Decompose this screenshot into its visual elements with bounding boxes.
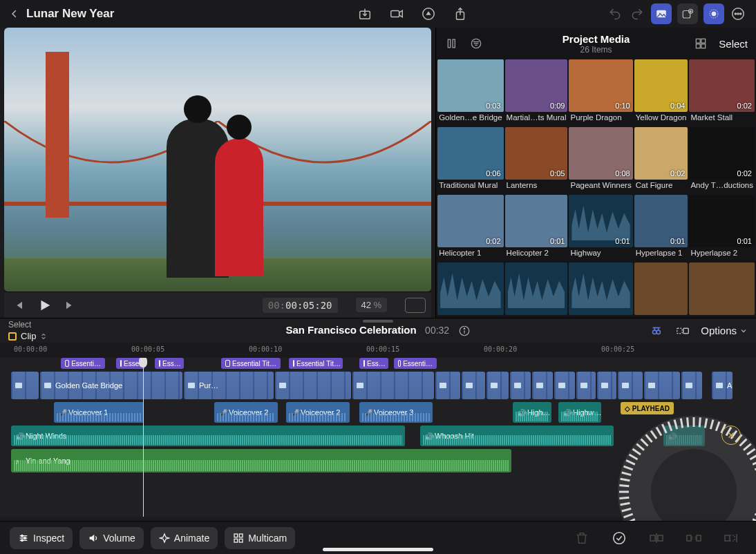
video-clip[interactable] — [435, 372, 460, 399]
video-clip[interactable] — [681, 372, 702, 399]
playhead-marker[interactable]: ◇ PLAYHEAD — [621, 402, 674, 414]
media-item[interactable]: 0:09Martial…ts Mural — [505, 59, 568, 126]
trim-button[interactable] — [721, 528, 741, 548]
video-clip[interactable] — [510, 372, 531, 399]
media-item[interactable] — [569, 262, 632, 318]
media-item[interactable]: 0:01Helicopter 2 — [505, 195, 568, 261]
sfx-clip[interactable]: 🔊 — [663, 426, 705, 446]
timeline-options-button[interactable]: Options — [701, 325, 748, 336]
prev-frame-button[interactable] — [10, 297, 26, 314]
undo-button[interactable] — [607, 6, 623, 22]
multicam-button[interactable]: Multicam — [225, 527, 295, 549]
panel-resize-handle[interactable] — [363, 320, 393, 323]
video-clip[interactable] — [462, 372, 485, 399]
sfx-clip[interactable]: 🔊High… — [513, 402, 551, 423]
video-clip[interactable] — [554, 372, 575, 399]
svg-point-33 — [656, 330, 661, 334]
video-clip[interactable]: An… — [712, 372, 733, 399]
timecode-display[interactable]: 00:00:05:20 — [263, 298, 338, 313]
media-item[interactable]: 0:02Market Stall — [689, 59, 755, 126]
media-item[interactable]: 0:01Highway — [569, 195, 632, 261]
media-item[interactable] — [437, 262, 503, 318]
timeline-info-button[interactable] — [458, 325, 471, 337]
more-button[interactable] — [730, 6, 746, 22]
record-camera-button[interactable] — [388, 6, 405, 22]
video-clip[interactable] — [618, 372, 643, 399]
preview-viewer[interactable] — [4, 28, 431, 292]
media-item[interactable]: 0:02Helicopter 1 — [437, 195, 503, 261]
media-item[interactable]: 0:04Yellow Dragon — [634, 59, 688, 126]
voiceover-clip[interactable]: 🎤Voiceover 3 — [359, 402, 433, 423]
voiceover-clip[interactable]: 🎤Voiceover 1 — [54, 402, 144, 423]
video-clip[interactable] — [576, 372, 596, 399]
delete-button[interactable] — [572, 528, 592, 548]
playhead[interactable] — [143, 358, 144, 517]
title-icon — [398, 360, 401, 367]
media-item[interactable]: 0:10Purple Dragon — [569, 59, 632, 126]
media-item[interactable] — [505, 262, 568, 318]
magnetic-timeline-button[interactable] — [648, 323, 665, 339]
title-clip[interactable]: Essential Tit… — [221, 358, 281, 369]
media-item[interactable] — [634, 262, 688, 318]
playhead-knob[interactable] — [139, 358, 147, 367]
title-clip[interactable]: Ess… — [155, 358, 184, 369]
media-item[interactable]: 0:05Lanterns — [505, 127, 568, 193]
timeline-select-mode-label[interactable]: Select — [8, 320, 47, 329]
split-button[interactable] — [647, 528, 666, 548]
display-options-button[interactable] — [405, 298, 426, 313]
inspect-button[interactable]: Inspect — [10, 527, 73, 549]
media-select-button[interactable]: Select — [719, 38, 748, 50]
timeline-clip-mode-button[interactable]: Clip — [8, 331, 47, 341]
title-clip[interactable]: Essential Tit… — [289, 358, 343, 369]
next-frame-button[interactable] — [62, 297, 79, 314]
voiceover-clip[interactable]: 🎤Voiceover 2 — [214, 402, 278, 423]
svg-rect-122 — [234, 534, 238, 537]
video-clip[interactable] — [11, 372, 39, 399]
snapping-button[interactable] — [674, 323, 691, 339]
music-clip[interactable]: ♪Yin and Yang — [11, 449, 511, 472]
play-button[interactable] — [36, 297, 53, 314]
video-clip[interactable] — [275, 372, 351, 399]
video-clip[interactable] — [597, 372, 616, 399]
media-browser-button[interactable] — [651, 3, 672, 24]
media-item[interactable]: 0:03Golden…e Bridge — [437, 59, 503, 126]
media-item[interactable]: 0:01Hyperlapse 1 — [634, 195, 688, 261]
animate-button[interactable]: Animate — [151, 527, 218, 549]
zoom-display[interactable]: 42 % — [356, 298, 388, 312]
video-clip[interactable] — [532, 372, 553, 399]
video-clip[interactable]: Golden Gate Bridge — [40, 372, 182, 399]
voiceover-button[interactable] — [420, 6, 437, 22]
jog-close-button[interactable] — [721, 426, 741, 445]
media-item[interactable]: 0:06Traditional Mural — [437, 127, 503, 193]
video-clip[interactable] — [352, 372, 434, 399]
video-clip[interactable] — [644, 372, 680, 399]
redo-button[interactable] — [629, 6, 645, 22]
video-clip[interactable] — [486, 372, 509, 399]
content-browser-button[interactable] — [677, 3, 698, 24]
title-clip[interactable]: Essenti… — [61, 358, 105, 369]
sfx-clip[interactable]: 🔊Highw… — [558, 402, 601, 423]
timeline-ruler[interactable]: 00:00:0000:00:0500:00:1000:00:1500:00:20… — [0, 343, 756, 358]
media-item[interactable]: 0:01Hyperlapse 2 — [689, 195, 755, 261]
share-button[interactable] — [452, 6, 469, 22]
media-item[interactable]: 0:08Pageant Winners — [569, 127, 632, 193]
grid-view-button[interactable] — [692, 35, 709, 52]
voiceover-clip[interactable]: 🎤Voiceover 2 — [286, 402, 350, 423]
volume-button[interactable]: Volume — [79, 527, 144, 549]
timeline-tracks[interactable]: Essenti…Esse…Ess…Essential Tit…Essential… — [0, 358, 756, 517]
media-item[interactable] — [689, 262, 755, 318]
title-clip[interactable]: Essenti… — [394, 358, 437, 369]
live-drawing-button[interactable] — [703, 3, 724, 24]
import-button[interactable] — [357, 6, 373, 22]
video-clip[interactable]: Pur… — [184, 372, 274, 399]
back-button[interactable] — [10, 6, 26, 22]
enable-button[interactable] — [609, 528, 629, 548]
title-clip[interactable]: Ess… — [359, 358, 388, 369]
media-item[interactable]: 0:02Cat Figure — [634, 127, 688, 193]
filter-button[interactable] — [468, 35, 484, 52]
sfx-clip[interactable]: 🔊Night Winds — [11, 426, 405, 446]
sfx-clip[interactable]: 🔊Whoosh Hit — [420, 426, 614, 446]
sidebar-toggle-button[interactable] — [444, 35, 461, 52]
insert-gap-button[interactable] — [684, 528, 703, 548]
media-item[interactable]: 0:02Andy T…ductions — [689, 127, 755, 193]
